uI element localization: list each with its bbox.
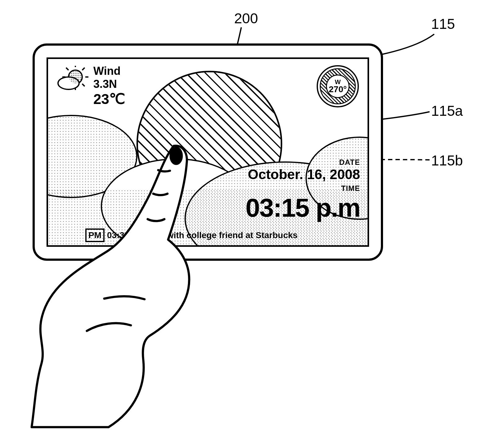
figure-canvas: 200 115 115a 115b — [0, 0, 504, 438]
event-prefix: PM — [85, 228, 105, 242]
compass-degrees: 270 — [329, 84, 343, 94]
svg-line-7 — [82, 84, 85, 86]
screen-content: Wind 3.3N 23℃ W 270° — [48, 59, 368, 245]
ref-label-115: 115 — [431, 16, 455, 32]
ref-label-200: 200 — [234, 10, 258, 27]
compass-face: W 270° — [326, 75, 350, 98]
weather-icon — [56, 66, 90, 95]
date-label: DATE — [245, 158, 360, 167]
time-label: TIME — [245, 184, 360, 193]
temperature-value: 23 — [93, 91, 109, 107]
svg-point-11 — [69, 71, 82, 83]
temperature-unit: ℃ — [109, 91, 125, 107]
event-ticker[interactable]: PM03:30 Meeting with college friend at S… — [85, 228, 360, 242]
event-text: 03:30 Meeting with college friend at Sta… — [107, 230, 298, 240]
wind-value: Wind 3.3N — [93, 65, 125, 91]
ref-label-115a: 115a — [431, 102, 463, 119]
date-value: October. 16, 2008 — [245, 167, 360, 182]
compass-widget[interactable]: W 270° — [317, 65, 359, 107]
compass-degree-symbol: ° — [343, 84, 347, 94]
ref-label-115b: 115b — [431, 152, 463, 169]
tablet-device: Wind 3.3N 23℃ W 270° — [33, 43, 383, 261]
svg-line-6 — [82, 68, 85, 70]
time-value: 03:15 p.m — [245, 193, 360, 223]
compass-direction: W — [335, 79, 341, 85]
touch-screen[interactable]: Wind 3.3N 23℃ W 270° — [47, 57, 369, 247]
svg-line-5 — [66, 68, 69, 70]
datetime-block: DATE October. 16, 2008 TIME 03:15 p.m — [245, 158, 360, 223]
